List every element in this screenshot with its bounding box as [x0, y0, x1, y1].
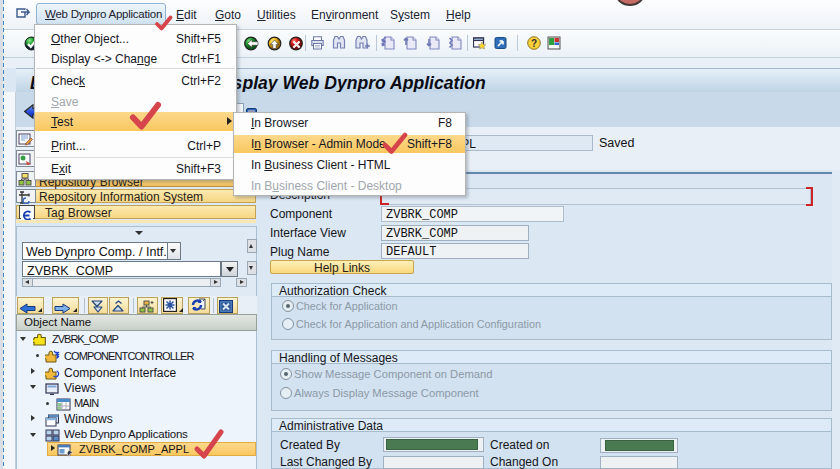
svg-text:?: ? — [531, 38, 537, 49]
